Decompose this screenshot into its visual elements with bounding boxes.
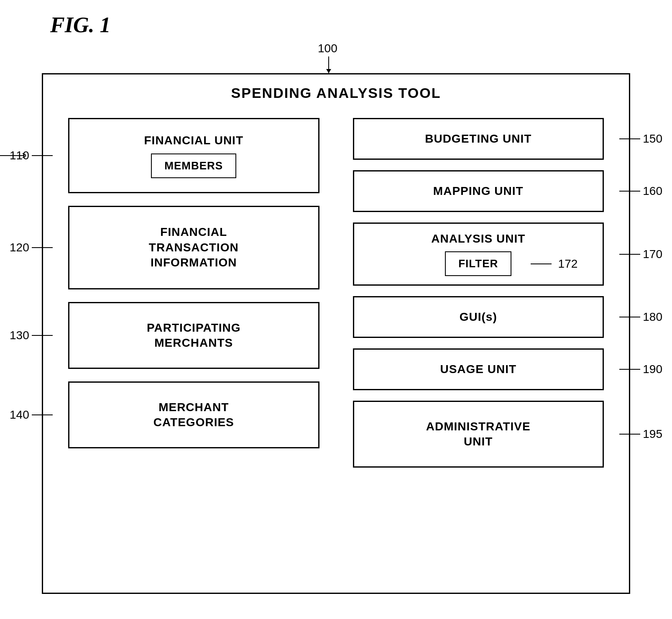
filter-label: FILTER — [458, 257, 498, 270]
guis-label: GUI(s) — [460, 310, 497, 325]
analysis-unit-box: ANALYSIS UNIT 172 FILTER — [353, 223, 604, 286]
ref-140-line — [32, 411, 57, 419]
left-column: 110 FINANCIAL UNIT 112 — [68, 118, 336, 599]
ref-112-line — [0, 151, 33, 160]
filter-inner-box: 172 FILTER — [445, 251, 511, 276]
fti-unit-row: 120 FINANCIAL TRANSACTION INFORMATION — [68, 206, 319, 289]
ref-110-line — [32, 151, 57, 160]
admin-label: ADMINISTRATIVE UNIT — [426, 419, 531, 450]
ref-130: 130 — [10, 329, 57, 342]
ref-180-line — [615, 313, 640, 321]
mapping-label: MAPPING UNIT — [433, 184, 524, 199]
ref-180: 180 — [615, 310, 662, 324]
usage-unit-row: 190 USAGE UNIT — [353, 348, 604, 390]
usage-unit-box: USAGE UNIT — [353, 348, 604, 390]
members-inner-box: 112 MEMBERS — [151, 153, 236, 178]
merchants-unit-box: PARTICIPATING MERCHANTS — [68, 302, 319, 369]
merchants-unit-row: 130 PARTICIPATING MERCHANTS — [68, 302, 319, 369]
mapping-unit-row: 160 MAPPING UNIT — [353, 170, 604, 212]
figure-title: FIG. 1 — [50, 13, 110, 37]
usage-label: USAGE UNIT — [440, 362, 516, 377]
mapping-unit-box: MAPPING UNIT — [353, 170, 604, 212]
ref-170-line — [615, 250, 640, 258]
guis-unit-row: 180 GUI(s) — [353, 296, 604, 338]
merchants-label: PARTICIPATING MERCHANTS — [147, 320, 241, 351]
analysis-label: ANALYSIS UNIT — [431, 231, 525, 246]
ref-190: 190 — [615, 363, 662, 376]
admin-unit-row: 195 ADMINISTRATIVE UNIT — [353, 401, 604, 468]
ref-150: 150 — [615, 132, 662, 146]
page-container: FIG. 1 100 SPENDING ANALYSIS TOOL 110 FI… — [0, 0, 672, 619]
right-column: 150 BUDGETING UNIT 160 MAPPIN — [336, 118, 604, 599]
ref-172: 172 — [531, 257, 578, 271]
ref-120: 120 — [10, 241, 57, 254]
main-box: SPENDING ANALYSIS TOOL 110 FINANCIAL UNI… — [42, 73, 630, 594]
categories-unit-box: MERCHANT CATEGORIES — [68, 381, 319, 448]
ref-160-line — [615, 187, 640, 195]
financial-unit-box: FINANCIAL UNIT 112 MEMBERS — [68, 118, 319, 193]
fti-label: FINANCIAL TRANSACTION INFORMATION — [149, 225, 239, 270]
budgeting-unit-box: BUDGETING UNIT — [353, 118, 604, 160]
main-title: SPENDING ANALYSIS TOOL — [43, 85, 629, 101]
ref-112: 112 — [0, 149, 33, 162]
ref-170: 170 — [615, 248, 662, 261]
fti-unit-box: FINANCIAL TRANSACTION INFORMATION — [68, 206, 319, 289]
reference-100: 100 — [318, 42, 337, 55]
columns-container: 110 FINANCIAL UNIT 112 — [43, 118, 629, 599]
arrow-100 — [328, 56, 329, 73]
ref-120-line — [32, 243, 57, 252]
ref-150-line — [615, 135, 640, 143]
analysis-unit-row: 170 ANALYSIS UNIT 172 FIL — [353, 223, 604, 286]
ref-160: 160 — [615, 184, 662, 198]
ref-172-line — [531, 260, 556, 268]
financial-unit-label: FINANCIAL UNIT — [144, 133, 243, 148]
members-label: MEMBERS — [164, 159, 223, 172]
ref-195-line — [615, 430, 640, 438]
budgeting-label: BUDGETING UNIT — [425, 131, 531, 146]
ref-190-line — [615, 365, 640, 373]
financial-unit-row: 110 FINANCIAL UNIT 112 — [68, 118, 319, 193]
admin-unit-box: ADMINISTRATIVE UNIT — [353, 401, 604, 468]
categories-unit-row: 140 MERCHANT CATEGORIES — [68, 381, 319, 448]
guis-unit-box: GUI(s) — [353, 296, 604, 338]
ref-140: 140 — [10, 408, 57, 422]
ref-130-line — [32, 331, 57, 340]
budgeting-unit-row: 150 BUDGETING UNIT — [353, 118, 604, 160]
ref-195: 195 — [615, 427, 662, 441]
categories-label: MERCHANT CATEGORIES — [153, 400, 234, 430]
